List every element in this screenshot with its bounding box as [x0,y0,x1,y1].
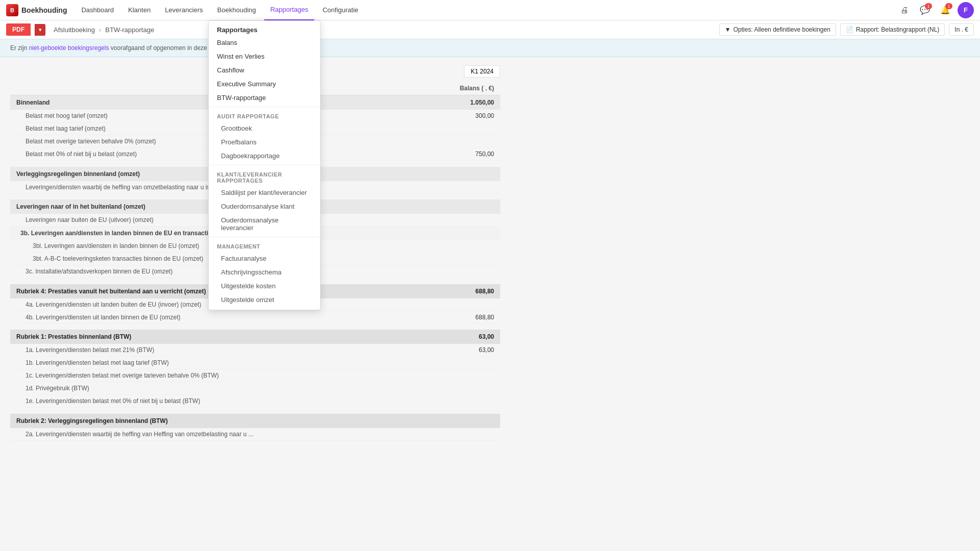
table-row: 1e. Leveringen/diensten belast met 0% of… [10,395,500,408]
row-value: 750,00 [426,148,500,161]
row-value: 688,80 [426,311,500,323]
nav-boekhouding[interactable]: Boekhouding [211,0,262,20]
nav-leveranciers[interactable]: Leveranciers [159,0,209,20]
nav-dashboard[interactable]: Dashboard [75,0,120,20]
info-bar-link[interactable]: niet-geboekte boekingsregels [29,44,109,52]
rubriek-header-row: Rubriek 1: Prestaties binnenland (BTW)63… [10,330,500,344]
row-value [426,122,500,135]
section-value: 1.050,00 [426,95,500,110]
pdf-button[interactable]: PDF [6,23,31,36]
rapport-icon: 📄 [846,26,853,33]
dropdown-divider-1 [209,107,320,107]
alert-badge: 1 [945,3,952,9]
row-label[interactable]: 4b. Leveringen/diensten uit landen binne… [10,311,426,323]
rubriek-value [426,414,500,428]
dropdown-top-label: Rapportages [209,24,320,36]
user-avatar[interactable]: F [958,2,974,18]
currency-button[interactable]: In . € [949,23,974,36]
breadcrumb-separator: › [99,26,101,34]
nav-configuratie[interactable]: Configuratie [316,0,364,20]
rapportages-dropdown: Rapportages Balans Winst en Verlies Cash… [208,20,321,310]
table-row: 1b. Leveringen/diensten belast met laag … [10,357,500,369]
row-value [426,135,500,148]
printer-icon: 🖨 [900,6,909,15]
dropdown-saldilijst[interactable]: Saldilijst per klant/leverancier [209,186,320,199]
section-value [426,167,500,181]
sub-section-value [426,227,500,240]
table-row: 1c. Leveringen/diensten belast met overi… [10,369,500,382]
toolbar: PDF ▾ Afsluitboeking › BTW-rapportage ▼ … [0,20,980,39]
dropdown-proefbalans[interactable]: Proefbalans [209,135,320,149]
dropdown-balans[interactable]: Balans [209,36,320,49]
alert-button[interactable]: 🔔 1 [937,2,953,18]
period-button[interactable]: K1 2024 [464,65,500,78]
row-value [426,382,500,395]
row-label[interactable]: 1c. Leveringen/diensten belast met overi… [10,369,426,382]
rubriek-label: Rubriek 2: Verleggingsregelingen binnenl… [10,414,426,428]
dropdown-factuur[interactable]: Factuuranalyse [209,252,320,265]
dropdown-divider-3 [209,237,320,237]
row-value [426,298,500,311]
row-value [426,253,500,265]
options-button[interactable]: ▼ Opties: Alleen definitieve boekingen [719,23,836,36]
rubriek-value: 63,00 [426,330,500,344]
dropdown-divider-2 [209,165,320,165]
rapport-label: Rapport: Belastingrapport (NL) [856,26,939,33]
printer-button[interactable]: 🖨 [896,2,913,18]
row-value [426,395,500,408]
logo-icon: B [6,4,18,16]
rapport-button[interactable]: 📄 Rapport: Belastingrapport (NL) [840,23,945,36]
chat-button[interactable]: 💬 1 [917,2,933,18]
dropdown-cashflow[interactable]: Cashflow [209,63,320,77]
row-value [426,265,500,278]
row-label[interactable]: 1b. Leveringen/diensten belast met laag … [10,357,426,369]
nav-klanten[interactable]: Klanten [122,0,157,20]
dropdown-management-label: Management [209,239,320,252]
nav-right-section: 🖨 💬 1 🔔 1 F [896,2,974,18]
breadcrumb: Afsluitboeking › BTW-rapportage [54,26,154,34]
breadcrumb-afsluitboeking[interactable]: Afsluitboeking [54,26,95,34]
dropdown-ouderdom-klant[interactable]: Ouderdomsanalyse klant [209,199,320,213]
dropdown-executive[interactable]: Executive Summary [209,77,320,91]
content-area: Er zijn niet-geboekte boekingsregels voo… [0,39,980,548]
top-nav: B Boekhouding Dashboard Klanten Leveranc… [0,0,980,20]
currency-label: In . € [954,26,968,33]
dropdown-uitg-kosten[interactable]: Uitgestelde kosten [209,279,320,293]
table-row: 2a. Leveringen/diensten waarbij de heffi… [10,428,500,441]
row-value [426,214,500,227]
dropdown-winst[interactable]: Winst en Verlies [209,49,320,63]
dropdown-uitg-omzet[interactable]: Uitgestelde omzet [209,293,320,307]
row-value [426,428,500,441]
dropdown-grootboek[interactable]: Grootboek [209,121,320,135]
dropdown-ouderdom-lever[interactable]: Ouderdomsanalyse leverancier [209,213,320,235]
dropdown-afschrijving[interactable]: Afschrijvingsschema [209,265,320,279]
row-label[interactable]: 1a. Leveringen/diensten belast met 21% (… [10,344,426,357]
row-value [426,369,500,382]
main-content: Er zijn niet-geboekte boekingsregels voo… [0,39,980,548]
rubriek-value: 688,80 [426,284,500,298]
row-value: 300,00 [426,110,500,122]
dropdown-klant-label: Klant/leverancier rapportages [209,167,320,186]
row-value [426,181,500,194]
row-value: 63,00 [426,344,500,357]
rubriek-header-row: Rubriek 2: Verleggingsregelingen binnenl… [10,414,500,428]
filter-icon: ▼ [725,26,731,33]
table-row: 1d. Privégebruik (BTW) [10,382,500,395]
rubriek-label: Rubriek 1: Prestaties binnenland (BTW) [10,330,426,344]
nav-rapportages[interactable]: Rapportages [264,0,314,20]
row-label[interactable]: 1d. Privégebruik (BTW) [10,382,426,395]
row-label[interactable]: 2a. Leveringen/diensten waarbij de heffi… [10,428,426,441]
breadcrumb-btw[interactable]: BTW-rapportage [105,26,154,34]
section-value [426,199,500,214]
pdf-caret-button[interactable]: ▾ [35,24,45,36]
options-label: Opties: Alleen definitieve boekingen [733,26,830,33]
app-logo[interactable]: B Boekhouding [6,4,67,16]
row-value [426,240,500,253]
col-header-balance: Balans ( . €) [426,82,500,95]
dropdown-audit-label: Audit rapportage [209,109,320,121]
dropdown-btw[interactable]: BTW-rapportage [209,91,320,105]
row-label[interactable]: 1e. Leveringen/diensten belast met 0% of… [10,395,426,408]
chat-badge: 1 [925,3,932,9]
toolbar-right: ▼ Opties: Alleen definitieve boekingen 📄… [719,23,974,36]
dropdown-dagboek[interactable]: Dagboekrapportage [209,149,320,163]
